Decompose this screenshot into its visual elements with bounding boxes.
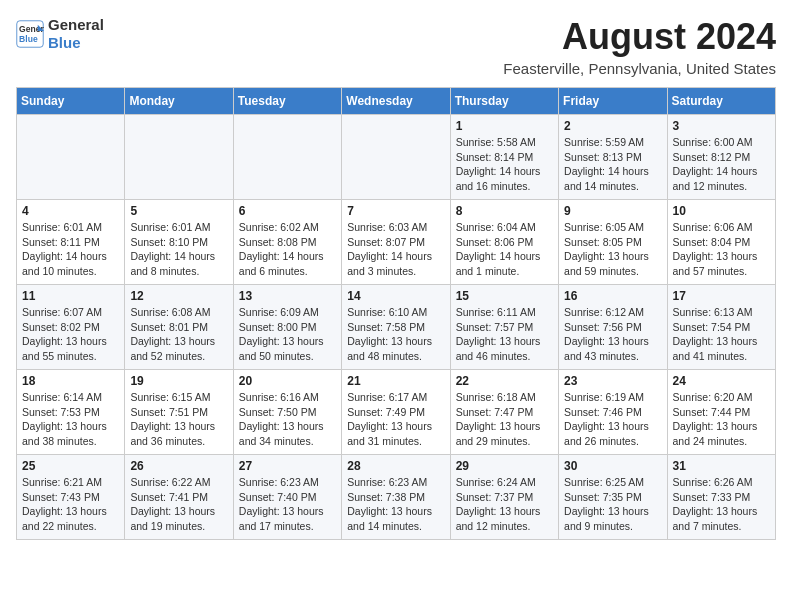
day-number: 27 xyxy=(239,459,336,473)
day-number: 17 xyxy=(673,289,770,303)
calendar-table: SundayMondayTuesdayWednesdayThursdayFrid… xyxy=(16,87,776,540)
day-number: 31 xyxy=(673,459,770,473)
day-number: 16 xyxy=(564,289,661,303)
day-number: 18 xyxy=(22,374,119,388)
weekday-header: Monday xyxy=(125,88,233,115)
weekday-header: Thursday xyxy=(450,88,558,115)
day-info: Sunrise: 6:26 AM Sunset: 7:33 PM Dayligh… xyxy=(673,475,770,534)
day-number: 22 xyxy=(456,374,553,388)
logo-icon: General Blue xyxy=(16,20,44,48)
day-number: 11 xyxy=(22,289,119,303)
calendar-day-cell: 9Sunrise: 6:05 AM Sunset: 8:05 PM Daylig… xyxy=(559,200,667,285)
weekday-header: Saturday xyxy=(667,88,775,115)
month-year-title: August 2024 xyxy=(503,16,776,58)
day-number: 10 xyxy=(673,204,770,218)
calendar-week-row: 11Sunrise: 6:07 AM Sunset: 8:02 PM Dayli… xyxy=(17,285,776,370)
calendar-day-cell xyxy=(125,115,233,200)
day-info: Sunrise: 6:04 AM Sunset: 8:06 PM Dayligh… xyxy=(456,220,553,279)
day-number: 21 xyxy=(347,374,444,388)
day-number: 4 xyxy=(22,204,119,218)
day-number: 9 xyxy=(564,204,661,218)
svg-text:Blue: Blue xyxy=(19,34,38,44)
page-header: General Blue General Blue August 2024 Fe… xyxy=(16,16,776,77)
calendar-day-cell: 1Sunrise: 5:58 AM Sunset: 8:14 PM Daylig… xyxy=(450,115,558,200)
calendar-day-cell xyxy=(17,115,125,200)
day-info: Sunrise: 6:23 AM Sunset: 7:40 PM Dayligh… xyxy=(239,475,336,534)
weekday-header: Sunday xyxy=(17,88,125,115)
day-info: Sunrise: 6:22 AM Sunset: 7:41 PM Dayligh… xyxy=(130,475,227,534)
day-info: Sunrise: 6:07 AM Sunset: 8:02 PM Dayligh… xyxy=(22,305,119,364)
day-number: 13 xyxy=(239,289,336,303)
day-number: 12 xyxy=(130,289,227,303)
day-info: Sunrise: 6:21 AM Sunset: 7:43 PM Dayligh… xyxy=(22,475,119,534)
calendar-day-cell: 20Sunrise: 6:16 AM Sunset: 7:50 PM Dayli… xyxy=(233,370,341,455)
day-info: Sunrise: 6:14 AM Sunset: 7:53 PM Dayligh… xyxy=(22,390,119,449)
calendar-day-cell: 25Sunrise: 6:21 AM Sunset: 7:43 PM Dayli… xyxy=(17,455,125,540)
day-info: Sunrise: 6:00 AM Sunset: 8:12 PM Dayligh… xyxy=(673,135,770,194)
calendar-day-cell: 17Sunrise: 6:13 AM Sunset: 7:54 PM Dayli… xyxy=(667,285,775,370)
calendar-day-cell: 16Sunrise: 6:12 AM Sunset: 7:56 PM Dayli… xyxy=(559,285,667,370)
calendar-day-cell: 31Sunrise: 6:26 AM Sunset: 7:33 PM Dayli… xyxy=(667,455,775,540)
day-info: Sunrise: 6:17 AM Sunset: 7:49 PM Dayligh… xyxy=(347,390,444,449)
calendar-day-cell: 5Sunrise: 6:01 AM Sunset: 8:10 PM Daylig… xyxy=(125,200,233,285)
day-info: Sunrise: 6:18 AM Sunset: 7:47 PM Dayligh… xyxy=(456,390,553,449)
calendar-day-cell: 28Sunrise: 6:23 AM Sunset: 7:38 PM Dayli… xyxy=(342,455,450,540)
day-info: Sunrise: 6:01 AM Sunset: 8:11 PM Dayligh… xyxy=(22,220,119,279)
calendar-day-cell: 4Sunrise: 6:01 AM Sunset: 8:11 PM Daylig… xyxy=(17,200,125,285)
day-number: 5 xyxy=(130,204,227,218)
day-number: 14 xyxy=(347,289,444,303)
day-info: Sunrise: 6:19 AM Sunset: 7:46 PM Dayligh… xyxy=(564,390,661,449)
day-info: Sunrise: 6:24 AM Sunset: 7:37 PM Dayligh… xyxy=(456,475,553,534)
calendar-day-cell: 14Sunrise: 6:10 AM Sunset: 7:58 PM Dayli… xyxy=(342,285,450,370)
calendar-day-cell: 7Sunrise: 6:03 AM Sunset: 8:07 PM Daylig… xyxy=(342,200,450,285)
weekday-header: Wednesday xyxy=(342,88,450,115)
day-number: 6 xyxy=(239,204,336,218)
day-number: 30 xyxy=(564,459,661,473)
calendar-day-cell: 13Sunrise: 6:09 AM Sunset: 8:00 PM Dayli… xyxy=(233,285,341,370)
calendar-week-row: 18Sunrise: 6:14 AM Sunset: 7:53 PM Dayli… xyxy=(17,370,776,455)
calendar-day-cell: 6Sunrise: 6:02 AM Sunset: 8:08 PM Daylig… xyxy=(233,200,341,285)
calendar-day-cell: 8Sunrise: 6:04 AM Sunset: 8:06 PM Daylig… xyxy=(450,200,558,285)
day-info: Sunrise: 6:20 AM Sunset: 7:44 PM Dayligh… xyxy=(673,390,770,449)
day-info: Sunrise: 6:09 AM Sunset: 8:00 PM Dayligh… xyxy=(239,305,336,364)
day-info: Sunrise: 6:23 AM Sunset: 7:38 PM Dayligh… xyxy=(347,475,444,534)
weekday-header: Tuesday xyxy=(233,88,341,115)
day-info: Sunrise: 6:15 AM Sunset: 7:51 PM Dayligh… xyxy=(130,390,227,449)
day-number: 28 xyxy=(347,459,444,473)
calendar-day-cell: 12Sunrise: 6:08 AM Sunset: 8:01 PM Dayli… xyxy=(125,285,233,370)
calendar-day-cell: 29Sunrise: 6:24 AM Sunset: 7:37 PM Dayli… xyxy=(450,455,558,540)
calendar-day-cell xyxy=(233,115,341,200)
day-info: Sunrise: 6:11 AM Sunset: 7:57 PM Dayligh… xyxy=(456,305,553,364)
day-info: Sunrise: 6:01 AM Sunset: 8:10 PM Dayligh… xyxy=(130,220,227,279)
calendar-day-cell: 27Sunrise: 6:23 AM Sunset: 7:40 PM Dayli… xyxy=(233,455,341,540)
calendar-day-cell xyxy=(342,115,450,200)
calendar-day-cell: 30Sunrise: 6:25 AM Sunset: 7:35 PM Dayli… xyxy=(559,455,667,540)
day-info: Sunrise: 6:05 AM Sunset: 8:05 PM Dayligh… xyxy=(564,220,661,279)
day-number: 23 xyxy=(564,374,661,388)
calendar-day-cell: 19Sunrise: 6:15 AM Sunset: 7:51 PM Dayli… xyxy=(125,370,233,455)
day-number: 3 xyxy=(673,119,770,133)
day-number: 26 xyxy=(130,459,227,473)
calendar-day-cell: 21Sunrise: 6:17 AM Sunset: 7:49 PM Dayli… xyxy=(342,370,450,455)
day-info: Sunrise: 6:13 AM Sunset: 7:54 PM Dayligh… xyxy=(673,305,770,364)
calendar-day-cell: 24Sunrise: 6:20 AM Sunset: 7:44 PM Dayli… xyxy=(667,370,775,455)
day-info: Sunrise: 5:58 AM Sunset: 8:14 PM Dayligh… xyxy=(456,135,553,194)
day-number: 19 xyxy=(130,374,227,388)
day-number: 2 xyxy=(564,119,661,133)
day-info: Sunrise: 6:06 AM Sunset: 8:04 PM Dayligh… xyxy=(673,220,770,279)
day-number: 20 xyxy=(239,374,336,388)
day-info: Sunrise: 6:08 AM Sunset: 8:01 PM Dayligh… xyxy=(130,305,227,364)
day-info: Sunrise: 5:59 AM Sunset: 8:13 PM Dayligh… xyxy=(564,135,661,194)
day-number: 7 xyxy=(347,204,444,218)
location-subtitle: Feasterville, Pennsylvania, United State… xyxy=(503,60,776,77)
day-number: 25 xyxy=(22,459,119,473)
day-number: 24 xyxy=(673,374,770,388)
calendar-day-cell: 3Sunrise: 6:00 AM Sunset: 8:12 PM Daylig… xyxy=(667,115,775,200)
logo: General Blue General Blue xyxy=(16,16,104,52)
calendar-week-row: 1Sunrise: 5:58 AM Sunset: 8:14 PM Daylig… xyxy=(17,115,776,200)
calendar-week-row: 4Sunrise: 6:01 AM Sunset: 8:11 PM Daylig… xyxy=(17,200,776,285)
calendar-header-row: SundayMondayTuesdayWednesdayThursdayFrid… xyxy=(17,88,776,115)
weekday-header: Friday xyxy=(559,88,667,115)
calendar-day-cell: 15Sunrise: 6:11 AM Sunset: 7:57 PM Dayli… xyxy=(450,285,558,370)
logo-text: General Blue xyxy=(48,16,104,52)
